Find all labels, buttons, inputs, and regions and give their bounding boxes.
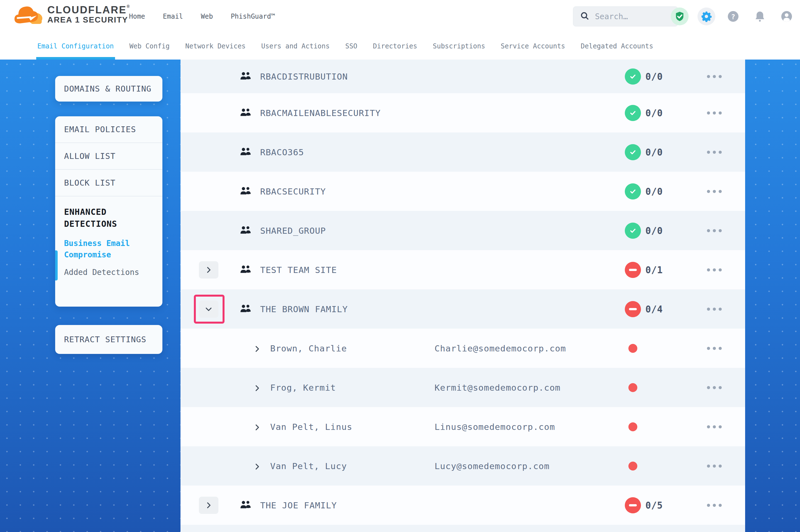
sidebar-item-domains-routing[interactable]: DOMAINS & ROUTING	[55, 84, 151, 94]
sidebar-item-enhanced-detections[interactable]: ENHANCED DETECTIONS	[64, 206, 153, 230]
table-row-member: Van Pelt, LinusLinus@somedemocorp.com	[181, 407, 745, 446]
bell-icon[interactable]	[751, 7, 769, 25]
expand-group-button[interactable]	[199, 497, 218, 514]
tab-directories[interactable]: Directories	[373, 33, 417, 59]
group-name: THE BROWN FAMILY	[260, 304, 348, 314]
logo-brand: CLOUDFLARE®	[47, 4, 130, 16]
row-menu-ellipsis-icon[interactable]	[706, 422, 723, 431]
group-name: THE JOE FAMILY	[260, 500, 337, 510]
row-menu-ellipsis-icon[interactable]	[706, 148, 723, 156]
sidebar-item-retract-settings[interactable]: RETRACT SETTINGS	[55, 335, 146, 344]
member-count: 0/5	[646, 500, 663, 511]
row-menu-ellipsis-icon[interactable]	[706, 462, 723, 470]
config-tab-bar: Email Configuration Web Config Network D…	[0, 33, 800, 59]
row-menu-ellipsis-icon[interactable]	[706, 344, 723, 353]
member-name: Van Pelt, Linus	[270, 422, 352, 432]
search-box[interactable]	[573, 6, 678, 26]
status-dot-icon	[629, 462, 637, 471]
tab-delegated-accounts[interactable]: Delegated Accounts	[581, 33, 653, 59]
member-email: Charlie@somedemocorp.com	[435, 343, 566, 354]
shield-check-icon[interactable]	[671, 7, 689, 25]
tab-network-devices[interactable]: Network Devices	[185, 33, 246, 59]
table-row-group: THE BROWN FAMILY0/4	[181, 289, 745, 329]
collapse-group-button[interactable]	[199, 301, 218, 318]
member-name: Van Pelt, Lucy	[270, 461, 347, 471]
tab-sso[interactable]: SSO	[345, 33, 357, 59]
row-menu-ellipsis-icon[interactable]	[706, 109, 723, 117]
sidebar-item-allow-list[interactable]: ALLOW LIST	[55, 143, 162, 170]
row-menu-ellipsis-icon[interactable]	[706, 265, 723, 274]
group-name: TEST TEAM SITE	[260, 265, 337, 275]
svg-text:?: ?	[731, 13, 735, 21]
help-icon[interactable]: ?	[724, 7, 742, 25]
search-icon	[580, 11, 589, 22]
chevron-right-icon[interactable]	[253, 384, 260, 391]
member-email: Kermit@somedemocorp.com	[435, 383, 561, 393]
row-menu-ellipsis-icon[interactable]	[706, 226, 723, 235]
status-ok-icon	[625, 144, 641, 160]
sidebar-item-business-email-compromise[interactable]: Business Email Compromise	[64, 238, 153, 261]
active-item-indicator	[55, 250, 58, 281]
status-dot-icon	[629, 422, 637, 431]
group-table: RBACDISTRUBUTION0/0RBACMAILENABLESECURIT…	[181, 59, 745, 532]
status-blocked-icon	[625, 301, 641, 317]
cloudflare-area1-logo[interactable]: CLOUDFLARE® AREA 1 SECURITY	[12, 3, 130, 25]
chevron-right-icon[interactable]	[253, 345, 260, 352]
primary-nav: Home Email Web PhishGuard™	[129, 0, 275, 33]
table-row-group: RBACDISTRUBUTION0/0	[181, 59, 745, 93]
people-icon	[240, 186, 251, 197]
tab-service-accounts[interactable]: Service Accounts	[501, 33, 565, 59]
nav-web[interactable]: Web	[201, 13, 213, 20]
table-row-group: THE JOE FAMILY0/5	[181, 486, 745, 525]
chevron-right-icon[interactable]	[253, 423, 260, 431]
status-ok-icon	[625, 69, 641, 84]
sidebar-item-added-detections[interactable]: Added Detections	[64, 268, 153, 277]
table-row-member: Brown, CharlieCharlie@somedemocorp.com	[181, 329, 745, 368]
status-dot-icon	[629, 383, 637, 392]
member-count: 0/0	[646, 147, 663, 157]
member-count: 0/0	[646, 225, 663, 236]
group-name: RBACSECURITY	[260, 186, 326, 196]
group-name: RBACMAILENABLESECURITY	[260, 108, 381, 118]
member-count: 0/4	[646, 304, 663, 315]
table-row-group: SHARED_GROUP0/0	[181, 211, 745, 250]
gear-icon[interactable]	[697, 7, 715, 25]
sidebar-item-block-list[interactable]: BLOCK LIST	[55, 170, 162, 196]
search-input[interactable]	[595, 12, 671, 21]
status-ok-icon	[625, 105, 641, 121]
sidebar-card-retract-settings[interactable]: RETRACT SETTINGS	[55, 325, 162, 354]
row-menu-ellipsis-icon[interactable]	[706, 305, 723, 313]
expand-group-button[interactable]	[199, 261, 218, 279]
user-icon[interactable]	[778, 7, 796, 25]
row-menu-ellipsis-icon[interactable]	[706, 72, 723, 81]
status-blocked-icon	[625, 262, 641, 278]
sidebar-card-domains-routing[interactable]: DOMAINS & ROUTING	[55, 76, 162, 101]
sidebar-item-email-policies[interactable]: EMAIL POLICIES	[55, 116, 162, 143]
tab-web-config[interactable]: Web Config	[129, 33, 170, 59]
group-name: SHARED_GROUP	[260, 226, 326, 236]
area1-security-app: CLOUDFLARE® AREA 1 SECURITY Home Email W…	[0, 0, 800, 532]
tab-users-and-actions[interactable]: Users and Actions	[261, 33, 330, 59]
top-bar: CLOUDFLARE® AREA 1 SECURITY Home Email W…	[0, 0, 800, 33]
member-count: 0/0	[646, 186, 663, 197]
row-menu-ellipsis-icon[interactable]	[706, 187, 723, 196]
status-dot-icon	[629, 344, 637, 353]
group-name: RBACDISTRUBUTION	[260, 72, 348, 81]
member-email: Lucy@somedemocorp.com	[435, 461, 550, 471]
chevron-right-icon[interactable]	[253, 462, 260, 470]
row-menu-ellipsis-icon[interactable]	[706, 501, 723, 510]
tab-subscriptions[interactable]: Subscriptions	[433, 33, 485, 59]
table-row-partial	[181, 525, 745, 532]
top-icon-group: ?	[671, 0, 796, 33]
nav-home[interactable]: Home	[129, 13, 145, 20]
row-menu-ellipsis-icon[interactable]	[706, 383, 723, 392]
nav-phishguard[interactable]: PhishGuard™	[231, 13, 275, 20]
status-ok-icon	[625, 223, 641, 239]
status-blocked-icon	[625, 497, 641, 513]
member-name: Frog, Kermit	[270, 383, 336, 393]
group-name: RBACO365	[260, 147, 304, 157]
member-count: 0/0	[646, 108, 663, 118]
sidebar-section-enhanced-detections: ENHANCED DETECTIONS Business Email Compr…	[55, 196, 162, 277]
tab-email-configuration[interactable]: Email Configuration	[37, 33, 114, 59]
nav-email[interactable]: Email	[163, 13, 183, 20]
